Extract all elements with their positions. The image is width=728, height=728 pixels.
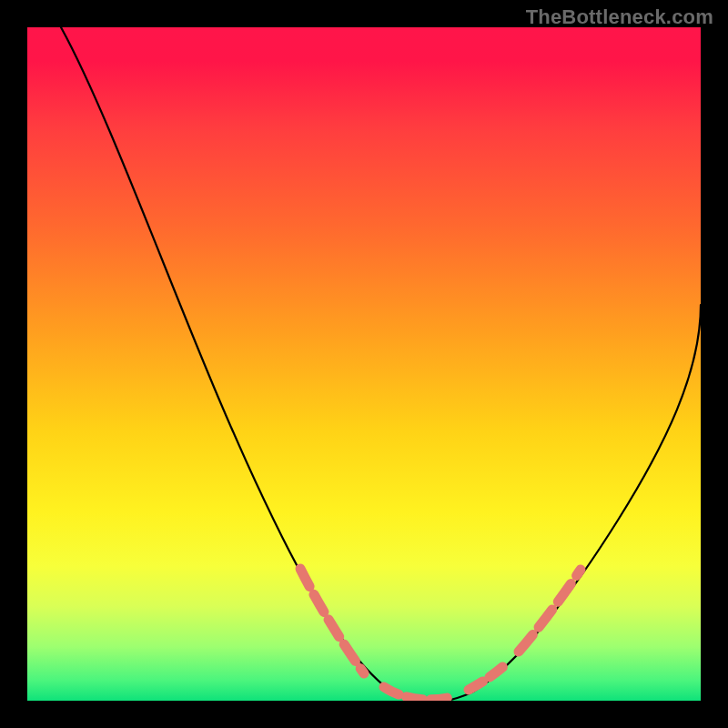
bottleneck-curve — [61, 27, 701, 701]
highlight-right — [519, 570, 581, 652]
highlight-valley — [384, 662, 508, 700]
curve-svg — [27, 27, 701, 701]
watermark-text: TheBottleneck.com — [526, 5, 713, 29]
curve-path — [61, 27, 701, 701]
highlight-left — [300, 569, 364, 673]
plot-area — [27, 27, 701, 701]
chart-frame: TheBottleneck.com — [0, 0, 728, 728]
